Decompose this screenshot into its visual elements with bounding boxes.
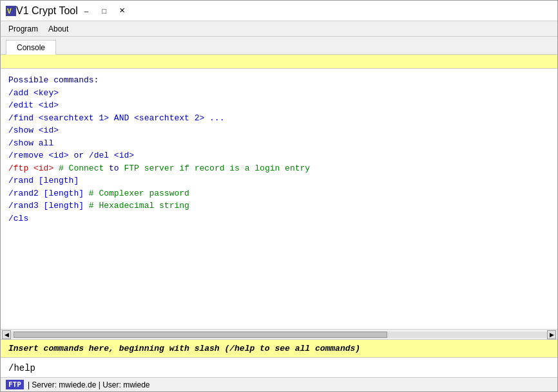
tabbar: Console — [1, 37, 557, 55]
console-line: /cls — [8, 212, 550, 225]
console-line: /edit <id> — [8, 99, 550, 112]
console-line: /add <key> — [8, 87, 550, 100]
menu-program[interactable]: Program — [3, 23, 43, 35]
statusbar: FTP | Server: mwiede.de | User: mwiede — [1, 377, 557, 391]
main-area: Possible commands: /add <key> /edit <id>… — [1, 55, 557, 377]
console-line: /remove <id> or /del <id> — [8, 149, 550, 162]
console-output[interactable]: Possible commands: /add <key> /edit <id>… — [1, 69, 557, 329]
console-line: /rand [length] — [8, 174, 550, 187]
status-text: | Server: mwiede.de | User: mwiede — [28, 380, 150, 389]
console-line: /find <searchtext 1> AND <searchtext 2> … — [8, 112, 550, 125]
minimize-button[interactable]: – — [78, 5, 95, 17]
scroll-thumb[interactable] — [14, 331, 387, 338]
menu-about[interactable]: About — [43, 23, 73, 35]
hint-text: Insert commands here, beginning with sla… — [8, 344, 360, 353]
horizontal-scrollbar[interactable]: ◀ ▶ — [1, 329, 557, 339]
console-line: /rand3 [length] # Hexadecimal string — [8, 200, 550, 212]
hint-bar: Insert commands here, beginning with sla… — [1, 339, 557, 358]
scroll-track[interactable] — [11, 331, 547, 338]
command-area — [1, 358, 557, 377]
menubar: Program About — [1, 21, 557, 37]
ftp-badge: FTP — [6, 380, 24, 389]
top-yellow-bar — [1, 55, 557, 69]
scroll-right-button[interactable]: ▶ — [547, 330, 556, 339]
command-input[interactable] — [8, 363, 550, 373]
console-line: /show all — [8, 137, 550, 150]
app-icon: V — [6, 6, 16, 16]
scroll-left-button[interactable]: ◀ — [2, 330, 11, 339]
titlebar-title: V1 Crypt Tool — [16, 5, 78, 17]
maximize-button[interactable]: □ — [96, 5, 113, 17]
console-line: /ftp <id> # Connect to FTP server if rec… — [8, 162, 550, 175]
console-line: /show <id> — [8, 124, 550, 137]
console-line: /rand2 [length] # Complexer password — [8, 187, 550, 200]
close-button[interactable]: ✕ — [114, 5, 131, 17]
titlebar: V V1 Crypt Tool – □ ✕ — [1, 1, 557, 21]
tab-console[interactable]: Console — [6, 40, 56, 55]
titlebar-controls: – □ ✕ — [78, 5, 131, 17]
svg-text:V: V — [7, 8, 12, 15]
console-line: Possible commands: — [8, 74, 550, 87]
